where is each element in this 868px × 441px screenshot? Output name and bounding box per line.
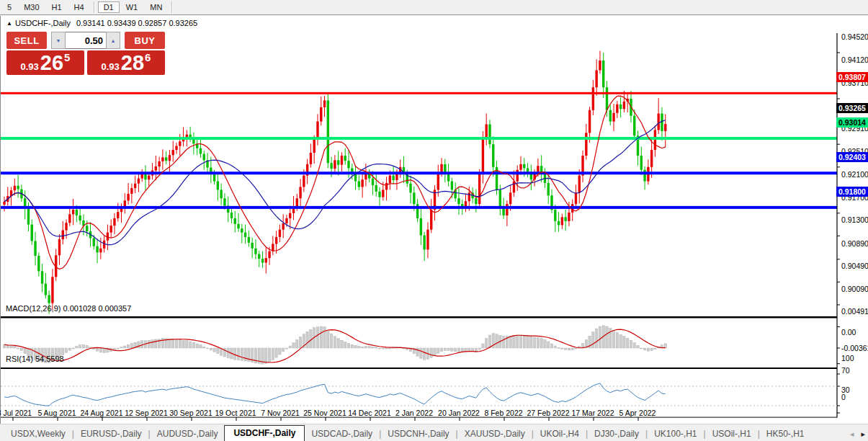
candle: [454, 182, 456, 202]
chart-tab-usdchf-daily[interactable]: USDCHF-,Daily: [224, 425, 305, 441]
candle: [434, 185, 436, 220]
volume-increase-button[interactable]: ▲: [106, 32, 120, 49]
candle: [200, 139, 202, 158]
candle: [120, 203, 122, 223]
candle: [51, 269, 53, 310]
volume-input[interactable]: [66, 32, 106, 49]
chart-tab-usdcad-daily[interactable]: USDCAD-,Daily: [305, 427, 379, 441]
candle: [409, 176, 411, 204]
candle: [144, 165, 146, 190]
candle: [124, 193, 126, 213]
candle: [509, 185, 511, 211]
candle: [20, 184, 22, 202]
candle: [10, 187, 12, 205]
buy-button[interactable]: BUY: [125, 32, 165, 49]
sell-price-prefix: 0.93: [21, 61, 39, 72]
candle: [399, 160, 401, 178]
candle: [82, 214, 84, 235]
timeframe-button-h4[interactable]: H4: [68, 1, 90, 13]
candle: [609, 105, 612, 125]
chart-tab-usoil-h1[interactable]: USOil-,H1: [706, 427, 758, 441]
candle: [217, 173, 219, 200]
candle: [155, 156, 157, 180]
candle: [447, 164, 449, 187]
mt4-terminal: 5M30H1H4D1W1MN ▲USDCHF-,Daily0.93141 0.9…: [0, 0, 868, 441]
candle: [313, 135, 316, 164]
chart-tab-ukoil-h4[interactable]: UKOil-,H4: [534, 427, 586, 441]
candle: [364, 164, 367, 187]
timeframe-button-mn[interactable]: MN: [144, 1, 168, 13]
candle: [248, 231, 250, 246]
candle: [134, 176, 136, 193]
candle: [544, 168, 546, 188]
candle: [31, 219, 33, 245]
toolbar-divider: [171, 1, 173, 13]
candle: [351, 164, 353, 179]
macd-layer: [3, 326, 666, 364]
candle: [595, 59, 597, 96]
candle: [550, 190, 552, 213]
buy-price-prefix: 0.93: [102, 61, 120, 72]
candle: [316, 114, 318, 145]
candle: [413, 187, 415, 211]
horizontal-level-line[interactable]: [1, 172, 837, 174]
candle: [55, 249, 57, 281]
candle: [561, 214, 563, 229]
one-click-trading-panel: SELL ▼ ▲ BUY 0.93 26 5 0.93 28 6: [6, 32, 165, 75]
horizontal-level-line[interactable]: [1, 137, 837, 140]
candle: [68, 207, 71, 226]
tab-scroll-right-icon[interactable]: ▸: [861, 429, 865, 439]
timeframe-button-w1[interactable]: W1: [120, 1, 144, 13]
candle: [79, 208, 81, 225]
timeframe-button-d1[interactable]: D1: [98, 1, 120, 13]
candle: [6, 187, 9, 205]
timeframe-button-5[interactable]: 5: [1, 1, 17, 13]
candle: [17, 175, 19, 198]
timeframe-button-h1[interactable]: H1: [46, 1, 68, 13]
chart-tab-eurusd-daily[interactable]: EURUSD-,Daily: [74, 427, 148, 441]
candle: [151, 163, 153, 179]
candle: [272, 236, 274, 255]
buy-price-main: 28: [121, 52, 144, 74]
candle: [175, 143, 177, 154]
candle: [320, 97, 322, 125]
candle: [475, 190, 477, 213]
chart-tab-audusd-daily[interactable]: AUDUSD-,Daily: [151, 427, 225, 441]
sell-price-main: 26: [40, 52, 63, 74]
chart-tab-hk50-h1[interactable]: HK50-,H1: [760, 427, 811, 441]
chart-tab-dj30-daily[interactable]: DJ30-,Daily: [588, 427, 645, 441]
chart-window: ▲USDCHF-,Daily0.93141 0.93439 0.92857 0.…: [0, 16, 868, 424]
candle: [206, 153, 208, 173]
sell-button[interactable]: SELL: [6, 32, 47, 49]
candle: [486, 114, 488, 146]
candle: [578, 169, 581, 203]
tab-scroll-left-icon[interactable]: ◂: [850, 429, 854, 439]
timeframe-button-m30[interactable]: M30: [18, 1, 45, 13]
candle: [640, 146, 643, 175]
sell-price-display[interactable]: 0.93 26 5: [6, 50, 84, 75]
candle: [93, 235, 95, 250]
candle: [45, 273, 47, 299]
candle: [289, 206, 291, 229]
candle: [141, 169, 143, 182]
candle: [103, 236, 105, 252]
horizontal-level-line[interactable]: [1, 206, 837, 209]
chart-tab-uk100-h1[interactable]: UK100-,H1: [648, 427, 703, 441]
trade-prices-row: 0.93 26 5 0.93 28 6: [6, 50, 165, 75]
chart-tab-usdcnh-daily[interactable]: USDCNH-,Daily: [381, 427, 455, 441]
chart-tab-usdx-weekly[interactable]: USDX,Weekly: [4, 427, 72, 441]
chart-tab-xauusd-daily[interactable]: XAUUSD-,Daily: [458, 427, 532, 441]
horizontal-level-line[interactable]: [1, 92, 837, 94]
candle: [523, 158, 525, 177]
candle: [661, 107, 663, 141]
candle: [564, 210, 566, 231]
collapse-arrow-icon[interactable]: ▲: [6, 20, 12, 27]
candle: [347, 150, 349, 178]
volume-decrease-button[interactable]: ▼: [51, 32, 66, 49]
candle: [547, 175, 550, 204]
candle: [99, 238, 102, 259]
candle: [623, 91, 625, 112]
ohlc-values: 0.93141 0.93439 0.92857 0.93265: [76, 19, 197, 27]
buy-price-display[interactable]: 0.93 28 6: [87, 50, 165, 75]
chart-symbol-header: ▲USDCHF-,Daily0.93141 0.93439 0.92857 0.…: [6, 19, 197, 27]
